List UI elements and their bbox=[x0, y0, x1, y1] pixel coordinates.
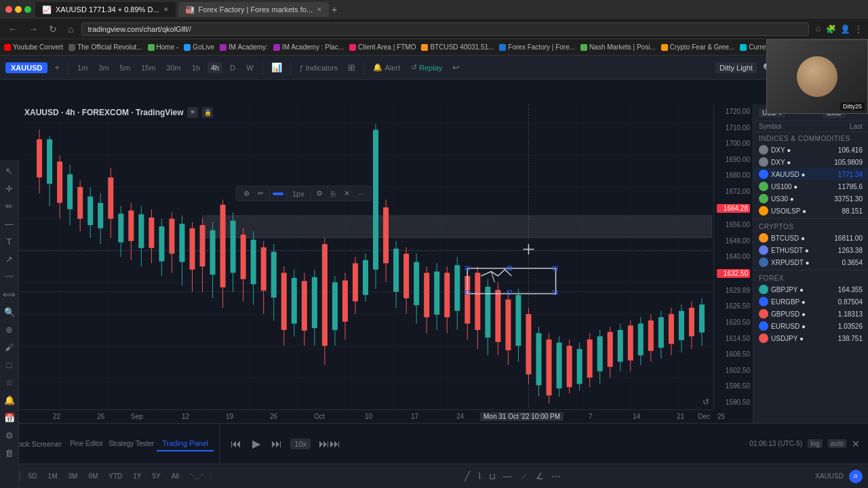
bb-6m[interactable]: 6M bbox=[85, 471, 101, 481]
bookmark-ftmo[interactable]: Client Area | FTMO bbox=[349, 43, 416, 51]
tab-close-btn-2[interactable]: ✕ bbox=[317, 6, 322, 13]
tab-close-btn[interactable]: ✕ bbox=[163, 6, 169, 13]
cursor-tool[interactable]: ↖ bbox=[1, 163, 18, 179]
tf-1m[interactable]: 1m bbox=[74, 62, 91, 73]
panel-row-xrpusdt[interactable]: XRPUSDT ● 0.3654 bbox=[753, 256, 868, 268]
measure-tool[interactable]: ⟺ bbox=[1, 286, 18, 302]
close-window-btn[interactable] bbox=[5, 6, 12, 13]
bookmark-revolut[interactable]: The Official Revolut... bbox=[68, 43, 142, 51]
ft-more[interactable]: ··· bbox=[355, 188, 367, 199]
tab-forex-factory[interactable]: 🏭 Forex Factory | Forex markets fo... ✕ bbox=[178, 2, 330, 17]
skip-fwd-btn[interactable]: ⏭ bbox=[269, 436, 285, 451]
zoom-tool[interactable]: 🔍 bbox=[1, 304, 18, 320]
bb-1m[interactable]: 1M bbox=[45, 471, 61, 481]
forward-btn[interactable]: → bbox=[26, 22, 41, 36]
bb-channel[interactable]: ⊔ bbox=[486, 470, 498, 483]
tf-30m[interactable]: 30m bbox=[163, 62, 184, 73]
chart-area[interactable]: XAUUSD · 4h · FOREXCOM · TradingView ⚑ 🔒… bbox=[19, 104, 753, 423]
crosshair-tool[interactable]: ✛ bbox=[1, 180, 18, 197]
tf-1h[interactable]: 1h bbox=[189, 62, 203, 73]
bb-trend[interactable]: ⟋ bbox=[517, 470, 531, 483]
log-btn[interactable]: log bbox=[808, 439, 822, 448]
bookmark-btc[interactable]: BTCUSD 40031.51... bbox=[421, 43, 494, 51]
alert-icon-side[interactable]: 🔔 bbox=[1, 392, 18, 408]
ft-delete[interactable]: ✕ bbox=[341, 188, 353, 199]
theme-btn[interactable]: Ditty Light bbox=[715, 62, 757, 73]
play-btn[interactable]: ▶ bbox=[250, 436, 263, 451]
ft-pen[interactable]: ✏ bbox=[255, 188, 267, 199]
url-input[interactable] bbox=[81, 22, 809, 36]
bb-5y[interactable]: 5Y bbox=[149, 471, 164, 481]
tf-4h[interactable]: 4h bbox=[208, 62, 222, 73]
tf-15m[interactable]: 15m bbox=[138, 62, 159, 73]
strategy-tester-tab[interactable]: Strategy Tester bbox=[108, 440, 154, 447]
bb-ytd[interactable]: YTD bbox=[105, 471, 125, 481]
symbol-badge[interactable]: XAUUSD bbox=[5, 62, 47, 73]
text-tool[interactable]: T bbox=[1, 233, 18, 249]
bb-all[interactable]: All bbox=[168, 471, 182, 481]
chart-type-icon[interactable]: 📊 bbox=[269, 61, 285, 74]
chart-svg[interactable] bbox=[19, 104, 712, 409]
bookmark-forex[interactable]: Forex Factory | Fore... bbox=[499, 43, 575, 51]
bb-fib[interactable]: ⌇ bbox=[475, 470, 484, 483]
skip-back-btn[interactable]: ⏮ bbox=[228, 436, 244, 451]
account-icon[interactable]: 👤 bbox=[840, 24, 850, 34]
panel-row-gbpusd[interactable]: GBPUSD ● 1.18313 bbox=[753, 308, 868, 320]
menu-icon[interactable]: ⋮ bbox=[854, 24, 863, 34]
minimize-window-btn[interactable] bbox=[15, 6, 22, 13]
bb-angle[interactable]: ∠ bbox=[533, 470, 547, 483]
ft-settings[interactable]: ⚙ bbox=[313, 188, 326, 199]
compare-btn[interactable]: ⊞ bbox=[345, 61, 358, 74]
bb-draw-tools[interactable]: ╱ bbox=[462, 470, 473, 483]
pen-tool[interactable]: ✏ bbox=[1, 198, 18, 214]
panel-row-dxy2[interactable]: DXY ● 105.9809 bbox=[753, 156, 868, 168]
tf-D[interactable]: D bbox=[226, 62, 239, 73]
chart-lock[interactable]: 🔒 bbox=[202, 107, 213, 118]
bookmark-icon[interactable]: ☆ bbox=[814, 24, 822, 34]
panel-row-us30[interactable]: US30 ● 33751.30 bbox=[753, 192, 868, 205]
bookmark-youtube[interactable]: Youtube Convert bbox=[4, 43, 63, 51]
replay-btn[interactable]: ↺ Replay bbox=[408, 62, 446, 73]
bb-5d[interactable]: 5D bbox=[25, 471, 41, 481]
panel-row-eurusd[interactable]: EURUSD ● 1.03526 bbox=[753, 320, 868, 332]
pine-editor-tab[interactable]: Pine Editor bbox=[70, 440, 103, 447]
hline-tool[interactable]: — bbox=[1, 216, 18, 232]
ft-weight[interactable]: 1px bbox=[290, 188, 307, 199]
panel-row-eurgbp[interactable]: EURGBP ● 0.87504 bbox=[753, 296, 868, 308]
bookmark-im1[interactable]: IM Academy: bbox=[220, 43, 268, 51]
indicators-btn[interactable]: ƒ Indicators bbox=[296, 62, 342, 73]
skip-end-btn[interactable]: ⏭⏭ bbox=[316, 436, 343, 451]
fibonacci-tool[interactable]: 〰 bbox=[1, 268, 18, 285]
bookmark-crypto-fear[interactable]: Crypto Fear & Gree... bbox=[661, 43, 735, 51]
settings-icon-side[interactable]: ⚙ bbox=[1, 427, 18, 443]
panel-row-gbpjpy[interactable]: GBPJPY ● 164.355 bbox=[753, 283, 868, 296]
auto-btn[interactable]: auto bbox=[828, 439, 846, 448]
bb-custom[interactable]: ⋱⋰ bbox=[186, 471, 207, 481]
refresh-btn[interactable]: ↻ bbox=[46, 22, 60, 36]
ft-magnet[interactable]: ⊕ bbox=[241, 188, 252, 199]
rect-tool[interactable]: □ bbox=[1, 357, 18, 373]
reset-zoom-btn[interactable]: ↺ bbox=[703, 397, 709, 407]
tf-5m[interactable]: 5m bbox=[117, 62, 134, 73]
new-tab-btn[interactable]: + bbox=[332, 4, 337, 15]
maximize-window-btn[interactable] bbox=[24, 6, 31, 13]
bb-hline[interactable]: — bbox=[500, 470, 515, 483]
alert-btn[interactable]: 🔔 Alert bbox=[370, 62, 403, 73]
tf-3m[interactable]: 3m bbox=[95, 62, 112, 73]
bb-3m[interactable]: 3M bbox=[65, 471, 81, 481]
trash-icon[interactable]: 🗑 bbox=[1, 445, 18, 461]
speed-badge[interactable]: 10x bbox=[290, 439, 311, 449]
ft-copy[interactable]: ⎘ bbox=[328, 188, 338, 199]
bookmark-golive[interactable]: GoLive bbox=[184, 43, 214, 51]
tf-W[interactable]: W bbox=[243, 62, 256, 73]
bookmark-nash[interactable]: Nash Markets | Posi... bbox=[580, 43, 656, 51]
bookmark-home[interactable]: Home - bbox=[148, 43, 179, 51]
panel-row-xauusd[interactable]: XAUUSD ● 1771.34 bbox=[753, 168, 868, 180]
panel-row-ethusdt[interactable]: ETHUSDT ● 1263.38 bbox=[753, 244, 868, 256]
close-bottom-panel-btn[interactable]: ✕ bbox=[852, 439, 860, 449]
add-symbol-btn[interactable]: + bbox=[52, 61, 62, 74]
panel-row-usoilsp[interactable]: USOILSP ● 88.151 bbox=[753, 205, 868, 217]
watchlist-icon[interactable]: ☆ bbox=[1, 374, 18, 390]
magnet-tool[interactable]: ⊕ bbox=[1, 321, 18, 338]
undo-btn[interactable]: ↩ bbox=[450, 61, 462, 74]
